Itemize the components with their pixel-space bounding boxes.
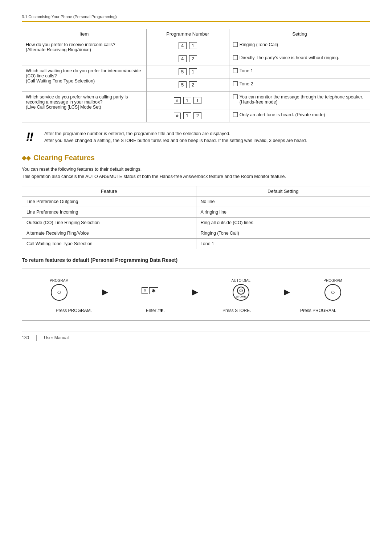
footer-page: 130 — [22, 335, 29, 340]
setting-label-directly: Directly The party's voice is heard with… — [240, 55, 339, 60]
setting-ringing-tone: Ringing (Tone Call) — [229, 39, 370, 52]
key-1c: 1 — [189, 68, 197, 75]
store-circle: ⏻ — [237, 287, 245, 295]
key-4b: 4 — [179, 55, 187, 62]
feature-name: Alternate Receiving Ring/Voice — [22, 228, 196, 238]
key-5: 5 — [179, 68, 187, 75]
setting-private: Only an alert tone is heard. (Private mo… — [229, 109, 370, 122]
return-heading: To return features to default (Personal … — [22, 257, 370, 263]
setting-tone2: Tone 2 — [229, 78, 370, 92]
checkbox-icon — [233, 42, 238, 47]
key-hash-diag: # — [142, 287, 148, 294]
key-1e: 1 — [193, 97, 201, 104]
section-title: Clearing Features — [33, 154, 95, 162]
program-circle-1: ○ — [51, 284, 68, 301]
note-line-2: After you have changed a setting, the ST… — [44, 137, 307, 144]
diagram-store: AUTO DIAL ⏻ STORE — [232, 279, 251, 301]
key-1: 1 — [189, 42, 197, 49]
note-line-1: After the programme number is entered, t… — [44, 130, 307, 137]
key-2c: 2 — [193, 112, 201, 119]
table-row: How do you prefer to receive intercom ca… — [22, 39, 370, 52]
feature-table-row: Line Preference OutgoingNo line — [22, 196, 370, 207]
diagram-row: PROGRAM ○ ▶ # ✱ ▶ AUTO DIAL ⏻ STORE ▶ PR… — [33, 279, 359, 301]
feature-name: Call Waiting Tone Type Selection — [22, 238, 196, 249]
prog-hash12: # 1 2 — [146, 109, 229, 122]
key-1d: 1 — [183, 97, 191, 104]
top-rule — [22, 21, 370, 22]
prog-hash11: # 1 1 — [146, 92, 229, 109]
item-lcs: Which service do you prefer when a calli… — [22, 92, 147, 122]
feature-default: Ringing (Tone Call) — [196, 228, 370, 238]
diamond-icon: ◆◆ — [22, 154, 30, 161]
autodial-label: AUTO DIAL — [232, 279, 251, 283]
feature-name: Line Preference Outgoing — [22, 196, 196, 207]
checkbox-icon — [233, 55, 238, 60]
section-desc-line2: This operation also cancels the AUTO ANS… — [22, 173, 370, 180]
key-combo-hashstar: # ✱ — [142, 287, 159, 294]
prog-52: 5 2 — [146, 78, 229, 92]
caption-3: Press STORE. — [215, 308, 258, 313]
table-row: Which call waiting tone do you prefer fo… — [22, 65, 370, 78]
feature-col-header: Feature — [22, 186, 196, 196]
section-description: You can reset the following features to … — [22, 166, 370, 180]
program-label-2: PROGRAM — [323, 279, 342, 283]
setting-directly: Directly The party's voice is heard with… — [229, 52, 370, 65]
footer-manual: User Manual — [44, 335, 69, 340]
arrow-2: ▶ — [192, 287, 198, 297]
footer: 130 User Manual — [22, 332, 370, 341]
program-label-1: PROGRAM — [50, 279, 69, 283]
setting-label-handsfree: You can monitor the message through the … — [240, 94, 366, 105]
note-icon: ‼ — [22, 130, 38, 143]
diagram-program-1: PROGRAM ○ — [50, 279, 69, 301]
diagram-box: PROGRAM ○ ▶ # ✱ ▶ AUTO DIAL ⏻ STORE ▶ PR… — [22, 268, 370, 321]
feature-table-row: Call Waiting Tone Type SelectionTone 1 — [22, 238, 370, 249]
checkbox-icon — [233, 81, 238, 86]
setting-label-private: Only an alert tone is heard. (Private mo… — [240, 112, 325, 117]
footer-separator — [36, 335, 37, 341]
caption-1: Press PROGRAM. — [52, 308, 95, 313]
key-2: 2 — [189, 55, 197, 62]
key-1f: 1 — [183, 112, 191, 119]
feature-name: Outside (CO) Line Ringing Selection — [22, 217, 196, 228]
setting-label: Ringing (Tone Call) — [240, 42, 278, 47]
breadcrumb: 3.1 Customising Your Phone (Personal Pro… — [22, 15, 370, 19]
captions-row: Press PROGRAM. Enter #✱. Press STORE. Pr… — [33, 308, 359, 313]
col-header-item: Item — [22, 29, 147, 39]
store-button: ⏻ STORE — [233, 284, 249, 301]
feature-default: Tone 1 — [196, 238, 370, 249]
key-star-diag: ✱ — [149, 287, 158, 294]
prog-51: 5 1 — [146, 65, 229, 78]
feature-default: No line — [196, 196, 370, 207]
prog-42: 4 2 — [146, 52, 229, 65]
feature-name: Line Preference Incoming — [22, 207, 196, 217]
feature-table-row: Line Preference IncomingA ringing line — [22, 207, 370, 217]
setting-label-tone1: Tone 1 — [240, 68, 253, 73]
feature-table-row: Alternate Receiving Ring/VoiceRinging (T… — [22, 228, 370, 238]
checkbox-icon — [233, 68, 238, 73]
note-block: ‼ After the programme number is entered,… — [22, 130, 370, 144]
setting-label-tone2: Tone 2 — [240, 81, 253, 86]
feature-default: A ringing line — [196, 207, 370, 217]
diagram-hashstar: # ✱ — [142, 285, 159, 294]
col-header-setting: Setting — [229, 29, 370, 39]
key-5b: 5 — [179, 81, 187, 88]
arrow-3: ▶ — [284, 287, 290, 297]
section-desc-line1: You can reset the following features to … — [22, 166, 370, 173]
program-circle-2: ○ — [324, 284, 341, 301]
feature-default: Ring all outside (CO) lines — [196, 217, 370, 228]
checkbox-icon — [233, 112, 238, 117]
key-2b: 2 — [189, 81, 197, 88]
note-text: After the programme number is entered, t… — [44, 130, 307, 144]
feature-table-row: Outside (CO) Line Ringing SelectionRing … — [22, 217, 370, 228]
checkbox-icon — [233, 94, 238, 99]
key-hash2: # — [174, 113, 181, 119]
caption-2: Enter #✱. — [134, 308, 177, 313]
section-heading: ◆◆ Clearing Features — [22, 154, 370, 162]
feature-table: Feature Default Setting Line Preference … — [22, 186, 370, 249]
table-row: Which service do you prefer when a calli… — [22, 92, 370, 109]
item-callwaiting: Which call waiting tone do you prefer fo… — [22, 65, 147, 92]
diagram-program-2: PROGRAM ○ — [323, 279, 342, 301]
arrow-1: ▶ — [102, 287, 108, 297]
prog-41: 4 1 — [146, 39, 229, 52]
col-header-programme: Programme Number — [146, 29, 229, 39]
